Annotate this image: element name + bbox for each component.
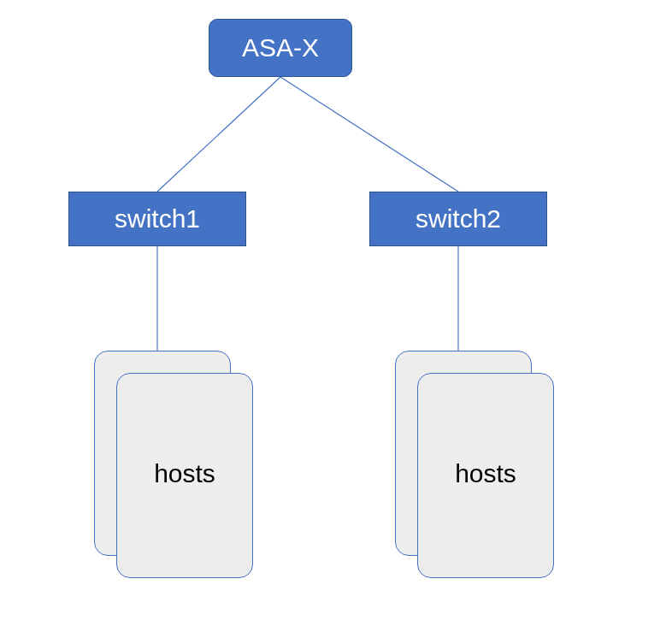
hosts-card-front-right: hosts (417, 373, 554, 578)
hosts-label-left: hosts (117, 459, 252, 488)
node-switch1: switch1 (68, 192, 246, 246)
node-asa-x-label: ASA-X (242, 33, 319, 62)
hosts-label-right: hosts (418, 459, 553, 488)
node-switch2: switch2 (369, 192, 547, 246)
node-switch1-label: switch1 (115, 204, 200, 233)
node-asa-x: ASA-X (209, 19, 352, 77)
node-switch2-label: switch2 (416, 204, 501, 233)
hosts-card-front-left: hosts (116, 373, 253, 578)
line-root-to-switch1 (157, 77, 280, 192)
line-root-to-switch2 (280, 77, 458, 192)
